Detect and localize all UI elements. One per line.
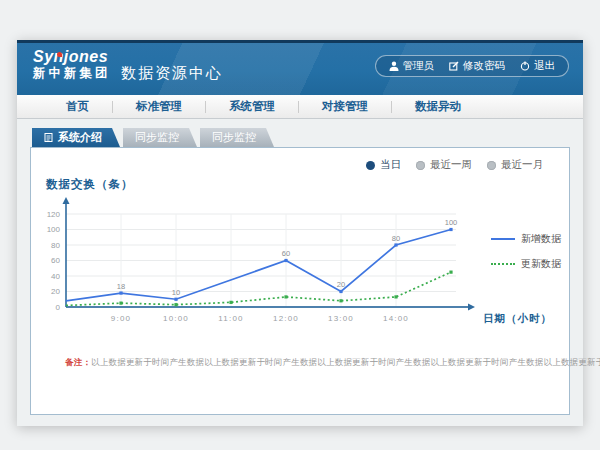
logout-label: 退出: [534, 59, 555, 73]
data-point: [339, 299, 342, 302]
data-label: 100: [445, 218, 458, 227]
data-point: [174, 298, 177, 301]
y-tick-label: 20: [51, 287, 60, 296]
logo: Synjones 新中新集团: [33, 48, 111, 80]
document-icon: [44, 133, 53, 142]
y-tick-label: 100: [47, 225, 61, 234]
change-password-label: 修改密码: [463, 59, 505, 73]
company-name: 新中新集团: [33, 67, 111, 81]
x-tick-label: 13:00: [328, 314, 354, 323]
data-label: 18: [117, 282, 125, 291]
chart-legend: 新增数据 更新数据: [491, 232, 561, 271]
footer-note: 备注：以上数据更新于时间产生数据以上数据更新于时间产生数据以上数据更新于时间产生…: [65, 357, 600, 369]
logo-red-swoosh: [57, 52, 62, 57]
data-point: [449, 228, 452, 231]
nav-item-standard-mgmt[interactable]: 标准管理: [113, 99, 205, 114]
user-toolbar: 管理员 修改密码 退出: [375, 55, 570, 77]
tab-system-intro[interactable]: 系统介绍: [32, 128, 120, 147]
data-point: [229, 301, 232, 304]
nav-item-interface-mgmt[interactable]: 对接管理: [299, 99, 391, 114]
tab-label: 系统介绍: [58, 128, 102, 147]
y-tick-label: 80: [51, 241, 60, 250]
data-point: [284, 259, 287, 262]
power-icon: [520, 61, 530, 71]
tab-sync-monitor-2[interactable]: 同步监控: [200, 128, 274, 147]
x-tick-label: 9:00: [111, 314, 131, 323]
y-tick-label: 40: [51, 272, 60, 281]
main-nav: 首页 标准管理 系统管理 对接管理 数据异动: [17, 95, 583, 119]
legend-line-dotted: [491, 263, 515, 265]
page-title: 数据资源中心: [121, 64, 223, 83]
radio-dot: [366, 161, 375, 170]
radio-last-month[interactable]: 最近一月: [487, 158, 543, 172]
y-tick-label: 60: [51, 256, 60, 265]
radio-label: 当日: [380, 158, 401, 172]
user-icon: [389, 61, 399, 71]
x-axis-arrow: [468, 304, 475, 311]
y-tick-label: 120: [47, 210, 61, 219]
legend-line-solid: [491, 238, 515, 240]
x-tick-label: 12:00: [273, 314, 299, 323]
app-window: Synjones 新中新集团 数据资源中心 管理员 修改密码: [17, 40, 583, 426]
user-menu[interactable]: 管理员: [389, 59, 435, 73]
data-point: [119, 302, 122, 305]
y-tick-label: 0: [56, 303, 61, 312]
data-point: [174, 303, 177, 306]
note-text: 以上数据更新于时间产生数据以上数据更新于时间产生数据以上数据更新于时间产生数据以…: [91, 357, 600, 367]
legend-item-updated-data: 更新数据: [491, 257, 561, 271]
data-label: 60: [282, 249, 290, 258]
legend-label: 新增数据: [521, 232, 561, 246]
data-point: [394, 295, 397, 298]
y-axis-title: 数据交换（条）: [46, 177, 134, 192]
data-label: 10: [172, 288, 180, 297]
data-point: [284, 295, 287, 298]
nav-item-home[interactable]: 首页: [43, 99, 112, 114]
tab-bar: 系统介绍 同步监控 同步监控: [32, 128, 274, 147]
radio-last-week[interactable]: 最近一周: [416, 158, 472, 172]
chart-panel: 当日 最近一周 最近一月 数据交换（条） 0204060801001209:00…: [30, 147, 570, 415]
edit-icon: [449, 61, 459, 71]
nav-item-system-mgmt[interactable]: 系统管理: [206, 99, 298, 114]
time-range-filter: 当日 最近一周 最近一月: [366, 158, 543, 172]
change-password-button[interactable]: 修改密码: [449, 59, 505, 73]
radio-dot: [487, 161, 496, 170]
y-axis-arrow: [63, 197, 70, 204]
data-label: 20: [337, 280, 345, 289]
logout-button[interactable]: 退出: [520, 59, 555, 73]
nav-item-data-change[interactable]: 数据异动: [392, 99, 484, 114]
tab-label: 同步监控: [135, 128, 179, 147]
content-area: 系统介绍 同步监控 同步监控 当日 最近一周: [17, 119, 583, 426]
data-point: [394, 243, 397, 246]
user-name: 管理员: [403, 59, 435, 73]
x-tick-label: 10:00: [163, 314, 189, 323]
data-label: 80: [392, 234, 400, 243]
legend-label: 更新数据: [521, 257, 561, 271]
data-point: [449, 271, 452, 274]
radio-dot: [416, 161, 425, 170]
x-axis-title: 日期（小时）: [483, 312, 552, 325]
radio-label: 最近一月: [501, 158, 543, 172]
legend-item-new-data: 新增数据: [491, 232, 561, 246]
data-point: [119, 291, 122, 294]
tab-sync-monitor-1[interactable]: 同步监控: [123, 128, 197, 147]
brand-name: Synjones: [33, 48, 108, 66]
tab-label: 同步监控: [212, 128, 256, 147]
x-tick-label: 14:00: [383, 314, 409, 323]
data-point: [339, 290, 342, 293]
x-tick-label: 11:00: [218, 314, 243, 323]
radio-today[interactable]: 当日: [366, 158, 401, 172]
header: Synjones 新中新集团 数据资源中心 管理员 修改密码: [17, 40, 583, 95]
note-label: 备注：: [65, 357, 91, 367]
radio-label: 最近一周: [430, 158, 472, 172]
